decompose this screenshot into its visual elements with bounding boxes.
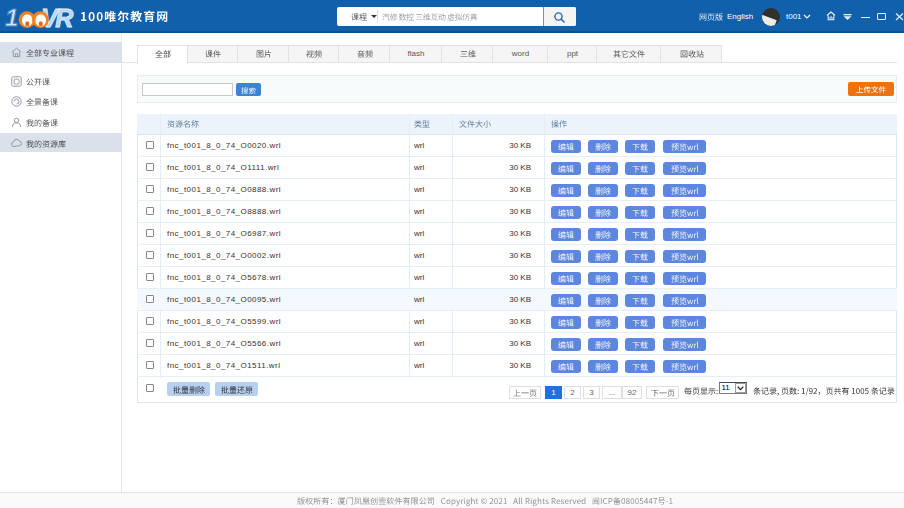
svg-text:1: 1: [5, 4, 18, 29]
